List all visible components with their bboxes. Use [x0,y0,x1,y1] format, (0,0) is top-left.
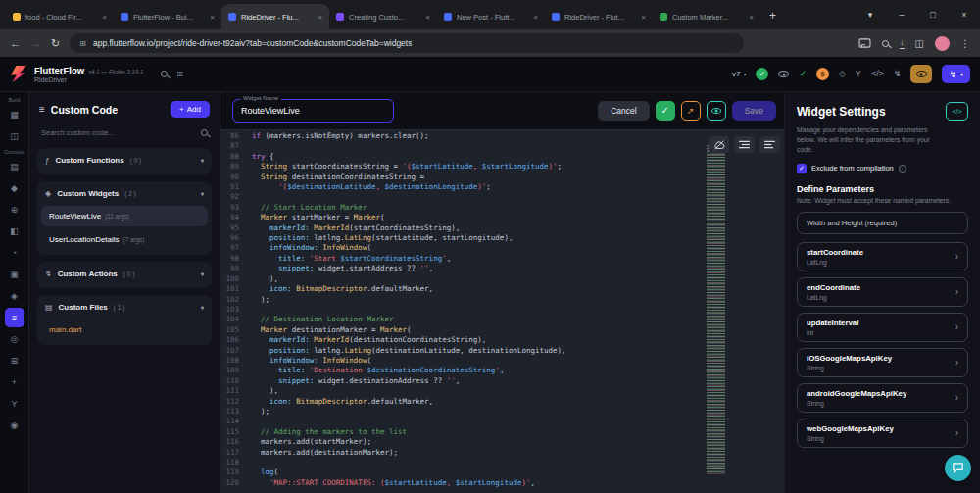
parameter-card[interactable]: startCoordinateLatLng› [797,242,968,271]
tab-close-icon[interactable]: × [533,13,538,22]
sync-status-icon[interactable]: ✓ [756,68,768,80]
browser-menu-icon[interactable]: ⋮ [960,38,970,49]
code-line[interactable]: 86if (markers.isNotEmpty) markers.clear(… [220,131,784,141]
code-line[interactable]: 118 [220,458,784,468]
code-line[interactable]: 94 Marker startMarker = Marker( [220,213,784,222]
code-line[interactable]: 104 // Destination Location Marker [220,315,784,324]
minimize-button[interactable]: – [886,0,917,29]
cloud-off-icon[interactable] [709,136,729,153]
browser-tab[interactable]: Creating Custo...× [329,4,437,29]
watch-mode-icon[interactable] [778,71,789,77]
sidebar-section-header[interactable]: ◈Custom Widgets( 2 )▾ [37,181,212,206]
tab-close-icon[interactable]: × [641,13,646,22]
cancel-button[interactable]: Cancel [598,101,649,121]
parameter-card[interactable]: updateIntervalint› [797,313,968,342]
site-info-icon[interactable]: ⊞ [79,39,86,48]
code-line[interactable]: 90 String destinationCoordinatesString = [220,173,784,182]
cloud-functions-icon[interactable]: ◎ [5,329,24,349]
lightning-icon[interactable]: ↯ [894,70,902,78]
widget-name-input[interactable] [233,106,393,116]
search-icon[interactable] [161,71,168,77]
code-line[interactable]: 91 '($destinationLatitude, $destinationL… [220,182,784,192]
info-icon[interactable]: i [899,165,906,173]
support-chat-button[interactable] [945,455,971,481]
browser-tab[interactable]: RideDriver - Flut...× [545,4,653,29]
code-line[interactable]: 116 markers.add(startMarker); [220,437,784,447]
sidebar-item[interactable]: UserLocationDetails(7 args) [41,229,208,250]
parameter-card[interactable]: endCoordinateLatLng› [797,277,968,307]
code-line[interactable]: 120 'MAP::START COORDINATES: ($startLati… [220,478,784,488]
parameter-card[interactable]: iOSGoogleMapsApiKeyString› [797,348,968,377]
open-external-button[interactable]: ↗ [681,101,701,121]
code-line[interactable]: 109 title: 'Destination $destinationCoor… [220,366,784,375]
dashboard-icon[interactable]: ▦ [5,105,24,124]
width-height-field[interactable]: Width and Height (required) [797,212,968,234]
code-valid-icon[interactable]: ✓ [799,70,807,78]
code-line[interactable]: 92 [220,192,784,202]
maximize-button[interactable]: □ [917,0,949,29]
tab-close-icon[interactable]: × [318,13,322,22]
browser-tab[interactable]: FlutterFlow - Bui...× [114,4,221,29]
search-input[interactable] [41,128,195,137]
code-line[interactable]: 98 title: 'Start $startCoordinatesString… [220,254,784,264]
preview-widget-button[interactable] [707,101,726,121]
tab-close-icon[interactable]: × [102,13,107,22]
code-view-button[interactable]: </> [946,102,968,121]
assistant-icon[interactable]: ◇ [839,70,846,78]
command-palette-icon[interactable]: ⊞ [176,70,183,78]
app-builder-icon[interactable]: ◫ [5,126,24,146]
code-line[interactable]: 113 ); [220,407,784,417]
code-line[interactable]: 99 snippet: widget.startAddress ?? '', [220,264,784,273]
code-line[interactable]: 100 ), [220,274,784,284]
code-line[interactable]: 87 [220,141,784,151]
close-button[interactable]: × [949,0,980,29]
code-line[interactable]: 103 [220,305,784,315]
credits-icon[interactable]: $ [816,68,829,80]
tab-list-caret-icon[interactable]: ▾ [855,0,886,29]
code-line[interactable]: 117 markers.add(destinationMarker); [220,448,784,458]
browser-tab[interactable]: New Post - Flutt...× [437,4,545,29]
code-line[interactable]: 111 ), [220,386,784,396]
sidebar-section-header[interactable]: ƒCustom Functions( 0 )▾ [37,148,212,173]
code-line[interactable]: 112 icon: BitmapDescriptor.defaultMarker… [220,397,784,407]
branch-version-dropdown[interactable]: v7▾ [732,70,746,78]
database-icon[interactable]: ▤ [5,157,24,176]
tab-close-icon[interactable]: × [425,13,430,22]
tab-close-icon[interactable]: × [210,13,215,22]
sidebar-item[interactable]: main.dart [41,320,208,340]
run-options-caret-icon[interactable]: ▾ [960,71,963,77]
tab-close-icon[interactable]: × [749,13,754,22]
code-line[interactable]: 114 [220,417,784,426]
code-line[interactable]: 110 snippet: widget.destinationAddress ?… [220,376,784,386]
minimap[interactable] [707,145,725,474]
code-editor[interactable]: 86if (markers.isNotEmpty) markers.clear(… [220,129,784,493]
code-line[interactable]: 88try { [220,152,784,162]
code-line[interactable]: 96 position: latlng.LatLng(startLatitude… [220,233,784,243]
data-types-icon[interactable]: ◧ [5,222,24,241]
line-wrap-icon[interactable] [760,136,780,153]
browser-tab[interactable]: Custom Marker...× [653,4,760,29]
app-settings-icon[interactable]: ⊞ [5,351,24,370]
firebase-icon[interactable]: ◆ [5,178,24,198]
components-icon[interactable]: ◈ [5,286,24,306]
format-code-icon[interactable] [734,136,755,153]
sidebar-section-header[interactable]: ▤Custom Files( 1 )▾ [37,295,212,320]
flutterflow-logo-icon[interactable] [10,66,26,82]
parameter-card[interactable]: androidGoogleMapsApiKeyString› [797,383,968,413]
address-bar[interactable]: ⊞ app.flutterflow.io/project/ride-driver… [70,33,744,53]
code-line[interactable]: 105 Marker destinationMarker = Marker( [220,325,784,335]
code-line[interactable]: 107 position: latlng.LatLng(destinationL… [220,346,784,356]
widget-name-field[interactable]: Widget Name [232,99,394,123]
code-line[interactable]: 89 String startCoordinatesString = '($st… [220,162,784,172]
cast-icon[interactable] [858,38,871,48]
branch-icon[interactable]: Y [856,70,861,78]
code-line[interactable]: 95 markerId: MarkerId(startCoordinatesSt… [220,223,784,233]
run-button[interactable]: ↯▾ [942,65,970,83]
app-values-icon[interactable]: ◔ [5,243,24,263]
branching-icon[interactable]: Y [5,394,24,414]
code-line[interactable]: 102 ); [220,295,784,305]
new-tab-button[interactable]: + [769,9,776,23]
sidebar-section-header[interactable]: ↯Custom Actions( 0 )▾ [37,262,212,286]
code-line[interactable]: 106 markerId: MarkerId(destinationCoordi… [220,335,784,345]
view-code-icon[interactable]: </> [871,70,884,78]
